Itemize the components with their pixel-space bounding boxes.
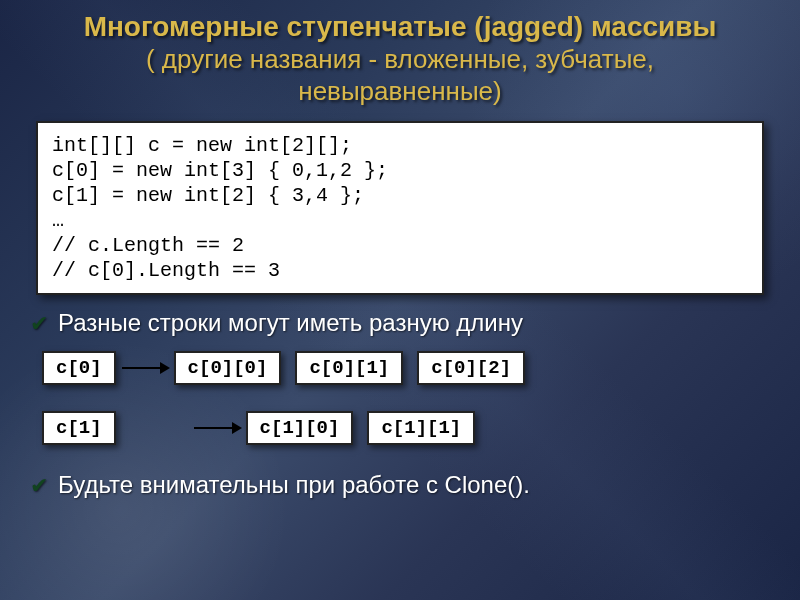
bullet-1-text: Разные строки могут иметь разную длину [58, 309, 523, 336]
code-content: int[][] c = new int[2][]; c[0] = new int… [52, 133, 748, 283]
diagram-head-c0: c[0] [42, 351, 116, 385]
slide-subtitle-line1: ( другие названия - вложенные, зубчатые, [18, 45, 782, 75]
slide-title: Многомерные ступенчатые (jagged) массивы [18, 12, 782, 43]
diagram-cell: c[0][0] [174, 351, 282, 385]
diagram-cell: c[0][2] [417, 351, 525, 385]
arrow-icon [120, 356, 170, 380]
bullet-2-text: Будьте внимательны при работе с Clone(). [58, 471, 530, 498]
svg-marker-3 [232, 422, 242, 434]
check-icon: ✔ [30, 473, 48, 498]
diagram-cell: c[1][0] [246, 411, 354, 445]
bullet-1: ✔Разные строки могут иметь разную длину [30, 309, 782, 337]
diagram-cell: c[1][1] [367, 411, 475, 445]
slide-subtitle-line2: невыравненные) [18, 77, 782, 107]
slide: Многомерные ступенчатые (jagged) массивы… [0, 0, 800, 600]
check-icon: ✔ [30, 311, 48, 336]
svg-marker-1 [160, 362, 170, 374]
diagram-row-2: c[1] c[1][0] c[1][1] [42, 411, 782, 445]
array-diagram: c[0] c[0][0] c[0][1] c[0][2] c[1] c[1][0… [42, 351, 782, 445]
arrow-icon [192, 416, 242, 440]
bullet-2: ✔Будьте внимательны при работе с Clone()… [30, 471, 782, 499]
diagram-row-1: c[0] c[0][0] c[0][1] c[0][2] [42, 351, 782, 385]
code-box: int[][] c = new int[2][]; c[0] = new int… [36, 121, 764, 295]
diagram-head-c1: c[1] [42, 411, 116, 445]
diagram-cell: c[0][1] [295, 351, 403, 385]
